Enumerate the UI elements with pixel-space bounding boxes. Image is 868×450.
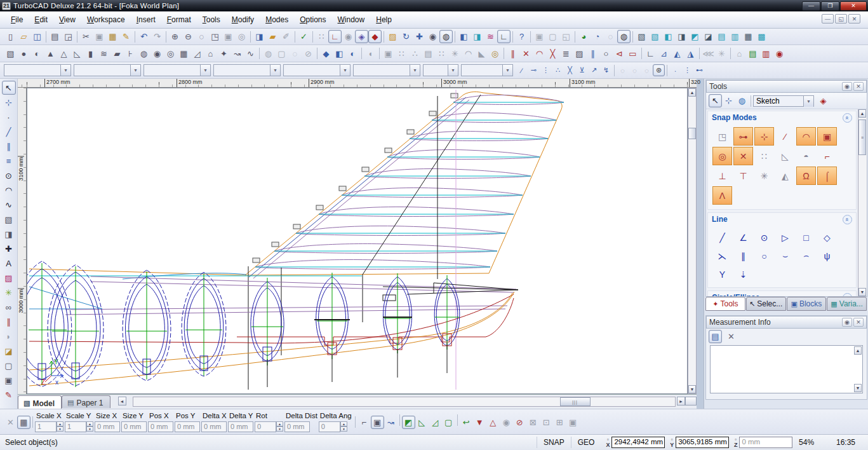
menu-item[interactable]: Workspace xyxy=(81,13,131,26)
array-2[interactable]: ∷ xyxy=(435,47,448,60)
view-iso-2[interactable]: ▧ xyxy=(648,30,662,43)
collapse-icon[interactable]: « xyxy=(843,113,852,123)
multi-gray[interactable]: ⋘ xyxy=(702,47,715,60)
snap-center[interactable]: ◎ xyxy=(712,147,732,165)
measure-close-button[interactable]: ✕ xyxy=(724,330,738,343)
line-perpendicular[interactable]: ⋋ xyxy=(712,247,732,264)
view-iso-1[interactable]: ▧ xyxy=(635,30,648,43)
cut-button[interactable]: ✂ xyxy=(79,30,93,43)
snap-grid[interactable]: ∷ xyxy=(754,147,774,165)
snap-face-center[interactable]: ▣ xyxy=(817,127,837,146)
image-insert-tool[interactable]: ▨ xyxy=(2,271,16,285)
close-button[interactable]: ✕ xyxy=(840,1,867,11)
open-palette-button[interactable]: ▨ xyxy=(386,30,399,43)
array-circular[interactable]: ✳ xyxy=(448,47,462,60)
drawing-canvas[interactable]: Y Z x xyxy=(27,88,688,394)
zoom-out-button[interactable]: ⊖ xyxy=(182,30,195,43)
snap-tiny-6[interactable]: ⊻ xyxy=(576,64,588,76)
sweep[interactable]: ◠ xyxy=(462,47,475,60)
zoom-page-button[interactable]: ▣ xyxy=(222,30,235,43)
line-branch[interactable]: ψ xyxy=(817,247,837,264)
property-combo-2[interactable]: ▾ xyxy=(74,64,141,76)
curve-button[interactable]: ↝ xyxy=(384,416,397,429)
render-hidden-button[interactable]: ◔ xyxy=(591,30,604,43)
cross-tool[interactable]: ✕ xyxy=(519,47,533,60)
wedge-tool[interactable]: ◺ xyxy=(70,47,84,60)
dots-tiny[interactable]: ⋮ xyxy=(681,64,693,76)
line-tangent-arc[interactable]: ⌣ xyxy=(775,247,795,264)
scroll-left-icon[interactable]: ◄ xyxy=(118,397,126,406)
property-combo-3[interactable]: ▾ xyxy=(144,64,211,76)
corner-tool[interactable]: ∟ xyxy=(644,47,657,60)
line-tangent-2[interactable]: ⌢ xyxy=(796,247,816,264)
minimize-button[interactable]: — xyxy=(802,1,820,11)
cone-tool[interactable]: ▲ xyxy=(44,47,57,60)
scroll-down-icon[interactable]: ▼ xyxy=(854,384,862,392)
array-rect[interactable]: ∷ xyxy=(395,47,408,60)
hatch-tool[interactable]: ≣ xyxy=(559,47,573,60)
zoom-extents-button[interactable]: ◳ xyxy=(208,30,222,43)
render-wire-button[interactable]: ◕ xyxy=(577,30,591,43)
arc30-tool[interactable]: ↝ xyxy=(230,47,244,60)
trim-tool[interactable]: ∥ xyxy=(506,47,519,60)
line-tool[interactable]: ╱ xyxy=(2,125,16,139)
property-combo-5[interactable]: ▾ xyxy=(283,64,351,76)
chevron-down-icon[interactable]: ▾ xyxy=(502,65,512,76)
field-value[interactable]: 0 mm xyxy=(201,421,227,432)
save-button[interactable]: ◫ xyxy=(30,30,44,43)
snap-aerial[interactable]: ◭ xyxy=(775,167,795,185)
center-mark-tool[interactable]: ✳ xyxy=(2,285,16,299)
select-tool[interactable]: ↖ xyxy=(2,81,16,95)
field-value[interactable]: 0 mm xyxy=(148,421,173,432)
snap-indicator[interactable]: SNAP xyxy=(537,437,571,448)
boolean-subtract[interactable]: ◧ xyxy=(333,47,346,60)
z-coordinate-field[interactable]: 0 mm xyxy=(739,437,792,448)
print-button[interactable]: ▤ xyxy=(48,30,62,43)
mdi-minimize[interactable]: — xyxy=(822,14,834,24)
chevron-down-icon[interactable]: ▾ xyxy=(130,65,140,76)
render-quality-button[interactable]: ◍ xyxy=(617,30,631,43)
split-tool[interactable]: ╳ xyxy=(546,47,559,60)
flag-tool[interactable]: ⊲ xyxy=(613,47,626,60)
print-red-tool[interactable]: ▥ xyxy=(759,47,773,60)
field-value[interactable]: 0 mm xyxy=(175,421,200,432)
line-rotated-rect[interactable]: ◇ xyxy=(817,229,837,246)
box-3d-tool[interactable]: ▧ xyxy=(2,212,16,226)
line-fork[interactable]: Y xyxy=(712,266,732,283)
mdi-close[interactable]: ✕ xyxy=(848,14,860,24)
image-tool[interactable]: ▨ xyxy=(573,47,586,60)
hemisphere-tool[interactable]: ◐ xyxy=(30,47,44,60)
chamfer[interactable]: ◣ xyxy=(475,47,488,60)
coord-system-button[interactable]: ⌐ xyxy=(357,416,371,429)
field-value[interactable]: 1 xyxy=(35,421,57,432)
view-iso-8[interactable]: ▥ xyxy=(728,30,742,43)
tab-model[interactable]: ▧Model xyxy=(18,395,62,409)
menu-item[interactable]: Insert xyxy=(131,13,161,26)
chevron-down-icon[interactable]: ▾ xyxy=(60,65,70,76)
materials-button[interactable]: ◈ xyxy=(355,30,368,43)
tube2-tool[interactable]: ◉ xyxy=(150,47,164,60)
pick-arrow-button[interactable]: ↩ xyxy=(460,416,473,429)
spell-check-button[interactable]: ✓ xyxy=(297,30,310,43)
rod-tool[interactable]: ⊦ xyxy=(124,47,137,60)
shell[interactable]: ◎ xyxy=(488,47,502,60)
copy-2[interactable]: ▤ xyxy=(422,47,435,60)
array-polar[interactable]: ∴ xyxy=(408,47,422,60)
explode-button[interactable]: ◱ xyxy=(559,30,573,43)
brush-style-button[interactable]: ◈ xyxy=(817,94,830,107)
scroll-up-icon[interactable]: ▲ xyxy=(688,88,696,97)
select-mode-button[interactable]: ◩ xyxy=(402,416,415,429)
cylinder-tool[interactable]: ▮ xyxy=(84,47,97,60)
color-palette-button[interactable]: ≋ xyxy=(484,30,497,43)
fillet-3d[interactable]: ◖ xyxy=(364,47,377,60)
snap-tiny-7[interactable]: ↗ xyxy=(588,64,600,76)
scroll-down-icon[interactable]: ▼ xyxy=(688,385,696,393)
group-button[interactable]: ▣ xyxy=(533,30,546,43)
line-drop[interactable]: ⇣ xyxy=(733,266,753,283)
pedit-3[interactable]: ◮ xyxy=(684,47,697,60)
ucs-button[interactable]: ∟ xyxy=(328,30,342,43)
resize-grip[interactable] xyxy=(685,397,697,406)
line-irregular[interactable]: ○ xyxy=(754,247,774,264)
layers-left-tool[interactable]: ▣ xyxy=(2,373,16,387)
spinner[interactable]: ▲▼ xyxy=(340,421,347,432)
